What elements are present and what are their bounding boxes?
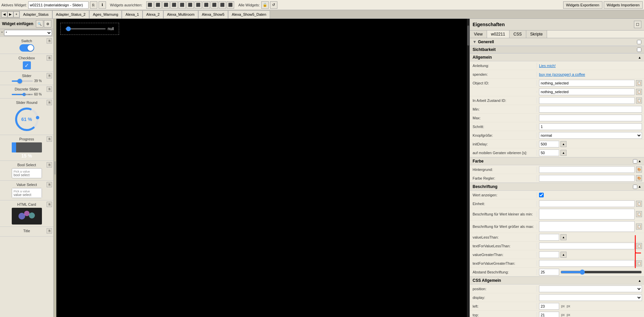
allgemein-expand-icon[interactable]: ▲: [638, 56, 641, 59]
tab-nav-next[interactable]: ▶: [7, 11, 13, 17]
prop-checkbox-wert-anzeigen[interactable]: [539, 193, 544, 197]
left-panel-btn2[interactable]: ⚙: [44, 20, 51, 27]
lock-all-btn[interactable]: 🔒: [261, 1, 269, 9]
widget-item-slider[interactable]: Slider 39 % ⎘: [0, 72, 53, 85]
import-btn[interactable]: Widgets Importieren: [604, 1, 643, 9]
widget-title-copy[interactable]: ⎘: [47, 228, 52, 234]
prop-input-text-value-less-than[interactable]: [539, 243, 635, 249]
prop-btn-einheit[interactable]: 📋: [636, 201, 642, 207]
prop-btn-text-value-greater-than[interactable]: 📋: [636, 260, 642, 266]
prop-btn-vibrieren-up[interactable]: ▲: [560, 150, 567, 156]
widget-filter-select[interactable]: *: [4, 30, 52, 36]
equal-width-btn[interactable]: ⬛: [211, 1, 218, 9]
align-top-btn[interactable]: ⬛: [170, 1, 178, 9]
info-widget-btn[interactable]: ℹ: [99, 1, 106, 9]
prop-input-text-value-greater-than[interactable]: [539, 260, 635, 267]
prop-slider-abstand[interactable]: [560, 270, 642, 274]
tab-alexa-1[interactable]: Alexa_1: [122, 10, 143, 18]
prop-btn-zustand-id[interactable]: 📋: [636, 98, 642, 104]
prop-input-einheit[interactable]: [539, 200, 635, 207]
right-panel-close-btn[interactable]: ☐: [634, 21, 641, 28]
tab-view[interactable]: View: [470, 30, 487, 38]
widget-html-copy[interactable]: ⎘: [47, 202, 52, 207]
prop-input-value-greater-than[interactable]: [539, 251, 559, 258]
widget-id-input[interactable]: [28, 1, 89, 9]
align-left-btn[interactable]: ⬛: [146, 1, 154, 9]
prop-input-top[interactable]: [539, 312, 559, 317]
widget-item-checkbox[interactable]: Checkbox ✓ ⎘: [0, 54, 53, 72]
tab-skripte[interactable]: Skripte: [526, 30, 547, 38]
prop-btn-groesser-max[interactable]: 📋: [636, 224, 642, 230]
align-center-h-btn[interactable]: ⬛: [154, 1, 162, 9]
canvas-widget-slider[interactable]: null: [60, 23, 119, 35]
prop-btn-kleiner-min[interactable]: 📋: [636, 211, 642, 217]
widget-switch-copy[interactable]: ⎘: [47, 38, 52, 44]
prop-input-max[interactable]: [539, 115, 642, 121]
distribute-h-btn[interactable]: ⬛: [195, 1, 202, 9]
tab-adapter-status[interactable]: Adapter_Status: [19, 10, 52, 18]
widget-item-switch[interactable]: Switch ⎘: [0, 37, 53, 54]
prop-input-object-id2[interactable]: [539, 88, 635, 95]
tab-ages-warnung[interactable]: Ages_Warnung: [89, 10, 122, 18]
distribute-v-btn[interactable]: ⬛: [203, 1, 210, 9]
prop-btn-farbe-regler[interactable]: 🎨: [636, 175, 642, 181]
widget-progress-copy[interactable]: ⎘: [47, 136, 52, 142]
tab-alexa-2[interactable]: Alexa_2: [143, 10, 163, 18]
section-generell-header[interactable]: ▼ Generell: [470, 38, 644, 46]
prop-link-spenden[interactable]: buy me (scrounger) a coffee: [539, 72, 585, 76]
prop-select-knopfgroesse[interactable]: normal small large: [539, 132, 642, 139]
widget-item-discrete-slider[interactable]: Discrete Slider 60 % ⎘: [0, 85, 53, 99]
widget-item-title[interactable]: Title ⎘: [0, 227, 53, 237]
prop-input-initdelay[interactable]: [539, 141, 559, 147]
tab-widget-id[interactable]: w02211: [487, 30, 509, 38]
section-farbe-header[interactable]: Farbe ▲: [470, 157, 644, 165]
widget-item-html-card[interactable]: HTML Card ⎘: [0, 200, 53, 227]
equal-size-btn[interactable]: ⬛: [227, 1, 234, 9]
widget-discrete-copy[interactable]: ⎘: [47, 86, 52, 92]
prop-input-object-id[interactable]: [539, 80, 635, 86]
panel-resizer-left[interactable]: [54, 19, 56, 317]
prop-btn-hintergrund[interactable]: 🎨: [636, 167, 642, 173]
tab-nav-prev[interactable]: ◀: [1, 11, 7, 17]
prop-select-display[interactable]: block flex none: [539, 294, 642, 301]
prop-input-farbe-regler[interactable]: [539, 175, 635, 182]
widget-checkbox-copy[interactable]: ⎘: [47, 55, 52, 61]
section-css-allgemein-header[interactable]: CSS Allgemein ▲: [470, 277, 644, 284]
sichtbarkeit-checkbox[interactable]: [637, 48, 641, 52]
prop-btn-initdelay-up[interactable]: ▲: [560, 141, 567, 147]
prop-input-min[interactable]: [539, 106, 642, 113]
prop-input-vibrieren[interactable]: [539, 149, 559, 156]
prop-link-anleitung[interactable]: Lies mich!: [539, 64, 556, 68]
beschriftung-expand-icon[interactable]: ▲: [638, 185, 641, 189]
align-center-v-btn[interactable]: ⬛: [178, 1, 186, 9]
beschriftung-checkbox[interactable]: [633, 185, 637, 189]
widget-item-bool-select[interactable]: Bool Select Pick a value bool select ⎘: [0, 161, 53, 181]
prop-input-abstand[interactable]: [539, 269, 559, 275]
tab-adapter-status-2[interactable]: Adapter_Status_2: [52, 10, 89, 18]
prop-btn-object-id2[interactable]: 📋: [636, 89, 642, 95]
export-btn[interactable]: Widgets Exportieren: [563, 1, 602, 9]
widget-item-value-select[interactable]: Value Select Pick a value value select ⎘: [0, 181, 53, 200]
prop-input-schritt[interactable]: [539, 123, 642, 130]
prop-input-zustand-id[interactable]: [539, 97, 635, 104]
widget-item-slider-round[interactable]: Slider Round 61 % ⎘: [0, 99, 53, 135]
tab-alexa-show5[interactable]: Alexa_Show5: [198, 10, 228, 18]
farbe-checkbox[interactable]: [633, 159, 637, 164]
prop-input-left[interactable]: [539, 303, 559, 310]
prop-btn-object-id[interactable]: 📋: [636, 80, 642, 86]
prop-btn-value-less-than-up[interactable]: ▲: [560, 234, 567, 240]
tab-alexa-multiroom[interactable]: Alexa_Multiroom: [163, 10, 198, 18]
tab-alexa-show5-daten[interactable]: Alexa_Show5_Daten: [228, 10, 270, 18]
widget-item-progress[interactable]: Progress 15 % ⎘: [0, 135, 53, 161]
prop-input-value-less-than[interactable]: [539, 234, 559, 241]
tab-css[interactable]: CSS: [509, 30, 526, 38]
align-bottom-btn[interactable]: ⬛: [186, 1, 194, 9]
farbe-expand-icon[interactable]: ▲: [638, 159, 641, 164]
copy-widget-btn[interactable]: ⎘: [90, 1, 97, 9]
widget-bool-copy[interactable]: ⎘: [47, 162, 52, 168]
generell-checkbox[interactable]: [637, 40, 641, 44]
tab-add[interactable]: +: [13, 11, 19, 17]
equal-height-btn[interactable]: ⬛: [219, 1, 226, 9]
canvas-scrollbar[interactable]: [467, 19, 470, 317]
prop-textarea-kleiner-min[interactable]: [539, 209, 635, 219]
